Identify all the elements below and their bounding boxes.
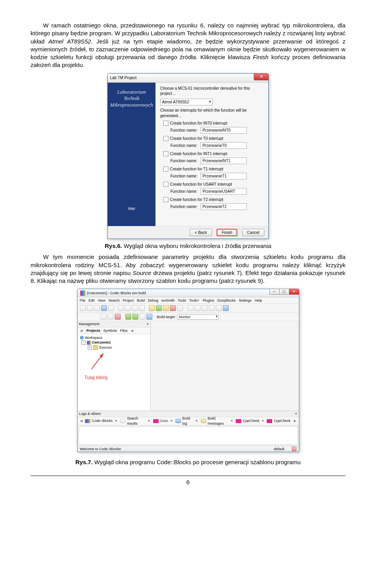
log-tab[interactable]: CppCheck xyxy=(273,418,291,423)
tool-icon[interactable] xyxy=(195,305,201,311)
tool-icon[interactable] xyxy=(209,305,215,311)
tree-project[interactable]: Cwiczenie1 xyxy=(92,340,111,345)
fn-label: Function name: xyxy=(170,189,197,194)
tree-workspace[interactable]: Workspace xyxy=(85,335,103,340)
checkbox[interactable] xyxy=(163,136,168,141)
build-run-icon[interactable] xyxy=(163,305,169,311)
checkbox[interactable] xyxy=(163,182,168,187)
tool-icon[interactable] xyxy=(223,305,229,311)
tool-icon[interactable] xyxy=(139,305,145,311)
cancel-button[interactable]: Cancel xyxy=(242,229,264,237)
log-tab[interactable]: Build messages xyxy=(207,416,229,425)
log-tab[interactable]: CppCheck xyxy=(242,418,260,423)
menu-item[interactable]: Tools+ xyxy=(189,298,199,303)
menu-item[interactable]: Search xyxy=(108,298,120,303)
tool-icon[interactable] xyxy=(139,314,145,320)
nav-prev-icon[interactable]: ◀ xyxy=(79,418,83,423)
tool-icon[interactable] xyxy=(177,305,183,311)
fn-input[interactable]: PrzerwanieUSART xyxy=(201,188,247,195)
checkbox[interactable] xyxy=(163,121,168,126)
build-target-select[interactable]: Monitor xyxy=(177,314,219,320)
menu-item[interactable]: Debug xyxy=(148,298,158,303)
tab-close-icon[interactable]: × xyxy=(230,418,233,423)
menu-item[interactable]: Settings xyxy=(239,298,252,303)
fn-label: Function name: xyxy=(170,174,197,179)
tab-close-icon[interactable]: × xyxy=(170,418,173,423)
tool-icon[interactable] xyxy=(125,305,131,311)
tool-icon[interactable] xyxy=(101,314,107,320)
tab-close-icon[interactable]: × xyxy=(195,418,198,423)
panel-close-icon[interactable]: × xyxy=(146,322,148,326)
tab-close-icon[interactable]: × xyxy=(147,418,151,423)
menu-item[interactable]: Build xyxy=(137,298,145,303)
tool-icon[interactable] xyxy=(115,314,121,320)
menu-item[interactable]: Edit xyxy=(89,298,95,303)
tool-icon[interactable] xyxy=(108,305,114,311)
checkbox[interactable] xyxy=(163,166,168,172)
nav-prev-icon[interactable]: ◀ xyxy=(79,328,83,333)
tab-projects[interactable]: Projects xyxy=(87,328,101,333)
tab-close-icon[interactable]: × xyxy=(261,418,264,423)
emphasis: Source xyxy=(133,270,152,276)
menu-item[interactable]: Plugins xyxy=(202,298,214,303)
menu-item[interactable]: DoxyBlocks xyxy=(217,298,236,303)
fn-input[interactable]: PrzerwanieINT1 xyxy=(201,157,247,165)
figure-7: [Cwiczenie1] - Code::Blocks svn build ─ … xyxy=(31,289,345,452)
mcu-select[interactable]: Atmel AT89S52 xyxy=(160,99,213,106)
tab-close-icon[interactable]: × xyxy=(114,418,118,423)
tool-icon[interactable] xyxy=(94,305,100,311)
menu-item[interactable]: Tools xyxy=(178,298,186,303)
tool-icon[interactable] xyxy=(108,314,114,320)
tool-icon[interactable] xyxy=(101,305,107,311)
stop-icon[interactable] xyxy=(170,305,176,311)
tree-sources[interactable]: Sources xyxy=(99,345,112,350)
finish-button[interactable]: Finish xyxy=(217,229,237,237)
checkbox[interactable] xyxy=(163,197,168,202)
tool-icon[interactable] xyxy=(146,314,152,320)
log-tab-icon xyxy=(175,419,181,423)
run-icon[interactable] xyxy=(156,305,162,311)
back-button[interactable]: < Back xyxy=(190,229,212,237)
log-tab[interactable]: Cccc xyxy=(159,418,169,423)
menu-item[interactable]: Help xyxy=(255,298,262,303)
panel-close-icon[interactable]: × xyxy=(295,411,297,416)
nav-next-icon[interactable]: ▶ xyxy=(131,328,135,333)
tool-icon[interactable] xyxy=(80,305,86,311)
tab-files[interactable]: Files xyxy=(120,328,128,333)
tool-icon[interactable] xyxy=(188,305,193,311)
minimize-icon[interactable]: ─ xyxy=(269,289,280,295)
menu-item[interactable]: wxSmith xyxy=(161,298,175,303)
nav-next-icon[interactable]: ▶ xyxy=(293,418,297,423)
menu-item[interactable]: Project xyxy=(123,298,134,303)
menu-item[interactable]: File xyxy=(80,298,86,303)
tool-icon[interactable] xyxy=(202,305,208,311)
tool-icon[interactable] xyxy=(132,305,138,311)
toolbar-1 xyxy=(78,304,299,313)
dialog-sidebar: Laboratorium Technik Mikroprocesorowych … xyxy=(108,83,155,226)
log-tab[interactable]: Build log xyxy=(182,416,194,425)
play-icon[interactable] xyxy=(125,314,131,320)
tool-icon[interactable] xyxy=(118,305,124,311)
maximize-icon[interactable]: ▢ xyxy=(279,289,289,295)
log-tab[interactable]: Code::Blocks xyxy=(91,418,114,423)
fn-input[interactable]: PrzerwanieINT0 xyxy=(201,127,247,134)
menu-item[interactable]: View xyxy=(98,298,105,303)
fn-input[interactable]: PrzerwanieT0 xyxy=(201,142,247,149)
gear-icon[interactable] xyxy=(149,305,155,311)
tree-collapse-icon[interactable]: − xyxy=(81,340,86,345)
close-icon[interactable]: ✕ xyxy=(289,289,299,295)
log-tab-icon xyxy=(85,419,90,423)
tab-symbols[interactable]: Symbols xyxy=(103,328,117,333)
close-icon[interactable]: ✕ xyxy=(254,73,269,80)
tool-icon[interactable] xyxy=(87,305,93,311)
log-tab[interactable]: Search results xyxy=(126,416,146,425)
fn-input[interactable]: PrzerwanieT2 xyxy=(201,203,247,210)
play-icon[interactable] xyxy=(132,314,138,320)
tree-expand-icon[interactable]: + xyxy=(88,346,92,350)
status-icon xyxy=(292,447,296,451)
fn-input[interactable]: PrzerwanieT1 xyxy=(201,173,247,180)
tool-icon[interactable] xyxy=(216,305,222,311)
sidebar-line: Technik xyxy=(110,95,153,102)
checkbox[interactable] xyxy=(163,151,168,156)
toolbar-2: Build target: Monitor xyxy=(78,313,299,321)
